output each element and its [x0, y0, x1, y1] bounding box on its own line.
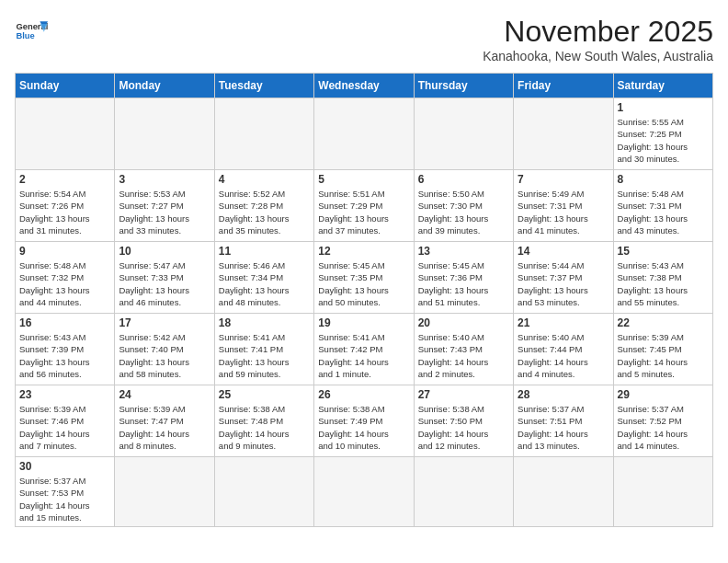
day-cell: 9Sunrise: 5:48 AM Sunset: 7:32 PM Daylig… [16, 242, 115, 314]
day-info: Sunrise: 5:53 AM Sunset: 7:27 PM Dayligh… [119, 188, 210, 236]
day-cell: 12Sunrise: 5:45 AM Sunset: 7:35 PM Dayli… [314, 242, 414, 314]
day-cell [314, 98, 414, 170]
week-row-1: 1Sunrise: 5:55 AM Sunset: 7:25 PM Daylig… [16, 98, 713, 170]
logo-icon: General Blue [15, 15, 48, 48]
day-number: 14 [518, 245, 609, 258]
day-info: Sunrise: 5:47 AM Sunset: 7:33 PM Dayligh… [119, 259, 210, 308]
day-cell: 4Sunrise: 5:52 AM Sunset: 7:28 PM Daylig… [214, 170, 313, 242]
day-info: Sunrise: 5:38 AM Sunset: 7:49 PM Dayligh… [318, 403, 409, 452]
week-row-5: 23Sunrise: 5:39 AM Sunset: 7:46 PM Dayli… [16, 385, 713, 457]
day-info: Sunrise: 5:45 AM Sunset: 7:35 PM Dayligh… [318, 259, 409, 308]
week-row-6: 30Sunrise: 5:37 AM Sunset: 7:53 PM Dayli… [16, 457, 713, 527]
day-info: Sunrise: 5:41 AM Sunset: 7:42 PM Dayligh… [318, 331, 409, 380]
day-number: 23 [19, 388, 110, 401]
day-cell: 29Sunrise: 5:37 AM Sunset: 7:52 PM Dayli… [613, 385, 712, 457]
day-cell: 5Sunrise: 5:51 AM Sunset: 7:29 PM Daylig… [314, 170, 414, 242]
day-number: 24 [119, 388, 210, 401]
day-cell: 7Sunrise: 5:49 AM Sunset: 7:31 PM Daylig… [514, 170, 613, 242]
day-number: 1 [618, 101, 709, 114]
header: General Blue November 2025 Kanahooka, Ne… [15, 15, 713, 63]
day-cell: 26Sunrise: 5:38 AM Sunset: 7:49 PM Dayli… [314, 385, 414, 457]
month-title: November 2025 [483, 15, 713, 49]
day-info: Sunrise: 5:43 AM Sunset: 7:39 PM Dayligh… [19, 331, 110, 380]
day-cell: 1Sunrise: 5:55 AM Sunset: 7:25 PM Daylig… [613, 98, 712, 170]
day-number: 8 [618, 173, 709, 186]
location-title: Kanahooka, New South Wales, Australia [483, 49, 713, 63]
day-cell [115, 98, 214, 170]
day-info: Sunrise: 5:37 AM Sunset: 7:52 PM Dayligh… [618, 403, 709, 452]
day-info: Sunrise: 5:50 AM Sunset: 7:30 PM Dayligh… [418, 188, 509, 236]
day-info: Sunrise: 5:48 AM Sunset: 7:32 PM Dayligh… [19, 259, 110, 308]
day-cell: 25Sunrise: 5:38 AM Sunset: 7:48 PM Dayli… [214, 385, 313, 457]
day-cell [115, 457, 214, 527]
week-row-3: 9Sunrise: 5:48 AM Sunset: 7:32 PM Daylig… [16, 242, 713, 314]
day-info: Sunrise: 5:37 AM Sunset: 7:51 PM Dayligh… [518, 403, 609, 452]
day-cell: 16Sunrise: 5:43 AM Sunset: 7:39 PM Dayli… [16, 314, 115, 385]
day-cell: 13Sunrise: 5:45 AM Sunset: 7:36 PM Dayli… [414, 242, 513, 314]
day-info: Sunrise: 5:42 AM Sunset: 7:40 PM Dayligh… [119, 331, 210, 380]
weekday-header-sunday: Sunday [16, 74, 115, 98]
weekday-header-row: SundayMondayTuesdayWednesdayThursdayFrid… [16, 74, 713, 98]
day-cell: 17Sunrise: 5:42 AM Sunset: 7:40 PM Dayli… [115, 314, 214, 385]
day-number: 15 [618, 245, 709, 258]
day-cell [613, 457, 712, 527]
day-cell: 18Sunrise: 5:41 AM Sunset: 7:41 PM Dayli… [214, 314, 313, 385]
day-cell: 8Sunrise: 5:48 AM Sunset: 7:31 PM Daylig… [613, 170, 712, 242]
day-number: 19 [318, 316, 409, 329]
day-cell [16, 98, 115, 170]
weekday-header-thursday: Thursday [414, 74, 513, 98]
day-number: 20 [418, 316, 509, 329]
day-cell [514, 457, 613, 527]
day-info: Sunrise: 5:52 AM Sunset: 7:28 PM Dayligh… [219, 188, 310, 236]
day-number: 5 [318, 173, 409, 186]
day-number: 6 [418, 173, 509, 186]
day-number: 4 [219, 173, 310, 186]
day-cell: 24Sunrise: 5:39 AM Sunset: 7:47 PM Dayli… [115, 385, 214, 457]
title-area: November 2025 Kanahooka, New South Wales… [483, 15, 713, 63]
day-cell: 19Sunrise: 5:41 AM Sunset: 7:42 PM Dayli… [314, 314, 414, 385]
week-row-4: 16Sunrise: 5:43 AM Sunset: 7:39 PM Dayli… [16, 314, 713, 385]
day-number: 27 [418, 388, 509, 401]
day-number: 28 [518, 388, 609, 401]
day-cell: 6Sunrise: 5:50 AM Sunset: 7:30 PM Daylig… [414, 170, 513, 242]
day-info: Sunrise: 5:46 AM Sunset: 7:34 PM Dayligh… [219, 259, 310, 308]
day-number: 22 [618, 316, 709, 329]
week-row-2: 2Sunrise: 5:54 AM Sunset: 7:26 PM Daylig… [16, 170, 713, 242]
day-info: Sunrise: 5:41 AM Sunset: 7:41 PM Dayligh… [219, 331, 310, 380]
day-cell: 10Sunrise: 5:47 AM Sunset: 7:33 PM Dayli… [115, 242, 214, 314]
day-number: 16 [19, 316, 110, 329]
day-number: 9 [19, 245, 110, 258]
day-cell: 3Sunrise: 5:53 AM Sunset: 7:27 PM Daylig… [115, 170, 214, 242]
day-number: 18 [219, 316, 310, 329]
day-cell: 28Sunrise: 5:37 AM Sunset: 7:51 PM Dayli… [514, 385, 613, 457]
day-info: Sunrise: 5:40 AM Sunset: 7:44 PM Dayligh… [518, 331, 609, 380]
day-cell [514, 98, 613, 170]
day-number: 29 [618, 388, 709, 401]
day-number: 7 [518, 173, 609, 186]
logo: General Blue [15, 15, 48, 48]
day-cell: 23Sunrise: 5:39 AM Sunset: 7:46 PM Dayli… [16, 385, 115, 457]
weekday-header-wednesday: Wednesday [314, 74, 414, 98]
day-info: Sunrise: 5:54 AM Sunset: 7:26 PM Dayligh… [19, 188, 110, 236]
day-info: Sunrise: 5:45 AM Sunset: 7:36 PM Dayligh… [418, 259, 509, 308]
weekday-header-monday: Monday [115, 74, 214, 98]
day-cell [314, 457, 414, 527]
day-info: Sunrise: 5:39 AM Sunset: 7:47 PM Dayligh… [119, 403, 210, 452]
day-number: 26 [318, 388, 409, 401]
day-number: 11 [219, 245, 310, 258]
day-cell [414, 98, 513, 170]
day-number: 10 [119, 245, 210, 258]
day-number: 30 [19, 460, 110, 473]
day-cell: 27Sunrise: 5:38 AM Sunset: 7:50 PM Dayli… [414, 385, 513, 457]
day-info: Sunrise: 5:39 AM Sunset: 7:45 PM Dayligh… [618, 331, 709, 380]
weekday-header-saturday: Saturday [613, 74, 712, 98]
day-cell: 2Sunrise: 5:54 AM Sunset: 7:26 PM Daylig… [16, 170, 115, 242]
day-number: 13 [418, 245, 509, 258]
day-info: Sunrise: 5:51 AM Sunset: 7:29 PM Dayligh… [318, 188, 409, 236]
day-info: Sunrise: 5:38 AM Sunset: 7:48 PM Dayligh… [219, 403, 310, 452]
day-cell [214, 457, 313, 527]
day-info: Sunrise: 5:43 AM Sunset: 7:38 PM Dayligh… [618, 259, 709, 308]
day-info: Sunrise: 5:39 AM Sunset: 7:46 PM Dayligh… [19, 403, 110, 452]
day-cell: 21Sunrise: 5:40 AM Sunset: 7:44 PM Dayli… [514, 314, 613, 385]
day-cell: 11Sunrise: 5:46 AM Sunset: 7:34 PM Dayli… [214, 242, 313, 314]
